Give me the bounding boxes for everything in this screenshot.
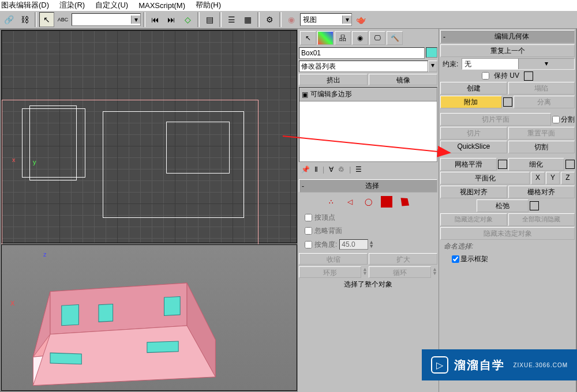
region-icon[interactable]: ◇ — [180, 12, 195, 27]
display-tab-icon[interactable]: 🖵 — [369, 31, 385, 45]
by-angle-checkbox[interactable] — [305, 241, 312, 248]
quickslice-button[interactable]: QuickSlice — [440, 141, 507, 153]
reset-plane-button[interactable]: 重置平面 — [508, 127, 575, 140]
detach-button[interactable]: 分离 — [514, 96, 575, 108]
hide-selected-button[interactable]: 隐藏选定对象 — [440, 213, 507, 226]
tessellate-button[interactable]: 细化 — [508, 158, 565, 171]
make-planar-button[interactable]: 平面化 — [440, 172, 530, 184]
watermark-text: 溜溜自学 — [454, 357, 505, 373]
relax-settings-icon[interactable] — [530, 201, 539, 210]
hierarchy-tab-icon[interactable]: 品 — [335, 31, 351, 45]
menu-help[interactable]: 帮助(H) — [196, 0, 221, 10]
material-editor-icon[interactable]: ◉ — [284, 12, 299, 27]
undo-link-icon[interactable]: 🔗 — [1, 12, 16, 27]
ignore-backfacing-label: 忽略背面 — [314, 226, 342, 236]
planar-x-button[interactable]: X — [531, 172, 545, 184]
perspective-viewport[interactable]: X z — [1, 244, 297, 391]
schematic-view-icon[interactable]: ⚙ — [262, 12, 277, 27]
relax-button[interactable]: 松弛 — [477, 199, 529, 212]
view-dropdown[interactable]: 视图▾ — [300, 13, 352, 26]
shrink-button[interactable]: 收缩 — [299, 253, 368, 265]
menu-rendering[interactable]: 渲染(R) — [59, 0, 85, 10]
top-viewport[interactable]: x y — [1, 30, 297, 243]
attach-button[interactable]: 附加 — [440, 96, 502, 108]
extrude-button[interactable]: 挤出 — [299, 74, 368, 85]
modifier-list-arrow[interactable]: ▾ — [428, 61, 437, 72]
persp-z-axis: z — [43, 251, 47, 258]
motion-tab-icon[interactable]: ◉ — [352, 31, 368, 45]
vertex-subobj-icon[interactable]: ∴ — [325, 196, 337, 208]
mirror-button[interactable]: 镜像 — [369, 74, 437, 85]
planar-y-button[interactable]: Y — [546, 172, 560, 184]
menu-graph-editors[interactable]: 图表编辑器(D) — [1, 0, 49, 10]
selection-status: 选择了整个对象 — [299, 278, 437, 291]
cut-button[interactable]: 切割 — [508, 141, 575, 153]
configure-modifier-sets-icon[interactable]: ☰ — [355, 165, 362, 174]
grid-align-button[interactable]: 栅格对齐 — [508, 186, 575, 198]
editable-poly-stack-item[interactable]: ▣ 可编辑多边形 — [299, 88, 437, 101]
msmooth-button[interactable]: 网格平滑 — [440, 158, 497, 171]
dope-sheet-icon[interactable]: ▦ — [240, 12, 255, 27]
modify-tab-rainbow-icon[interactable] — [317, 31, 334, 45]
menu-maxscript[interactable]: MAXScript(M) — [138, 1, 185, 10]
edge-subobj-icon[interactable]: ◁ — [344, 196, 355, 208]
object-color-swatch[interactable] — [426, 47, 437, 58]
border-subobj-icon[interactable]: ◯ — [362, 196, 374, 208]
tessellate-settings-icon[interactable] — [565, 160, 575, 169]
unlink-icon[interactable]: ⛓ — [17, 12, 32, 27]
selection-filter-dropdown[interactable]: ▾ — [72, 13, 141, 26]
edit-geometry-header[interactable]: -编辑几何体 — [440, 30, 575, 43]
hide-unselected-button[interactable]: 隐藏未选定对象 — [440, 227, 575, 240]
planar-z-button[interactable]: Z — [561, 172, 575, 184]
create-button[interactable]: 创建 — [440, 82, 507, 95]
object-name-input[interactable]: Box01 — [299, 47, 425, 59]
repeat-last-button[interactable]: 重复上一个 — [440, 44, 575, 57]
polygon-subobj-icon[interactable] — [381, 196, 392, 208]
y-axis-label: y — [33, 159, 36, 165]
curve-editor-icon[interactable]: ☰ — [224, 12, 239, 27]
remove-modifier-icon[interactable]: ♲ — [338, 165, 344, 174]
modifier-stack[interactable]: ▣ 可编辑多边形 — [299, 87, 437, 162]
preserve-uv-label: 保持 UV — [494, 71, 519, 81]
modify-tab-cursor-icon[interactable]: ↖ — [300, 31, 316, 45]
selection-rollout-header[interactable]: -选择 — [299, 179, 437, 193]
collapse-button[interactable]: 塌陷 — [508, 82, 575, 95]
next-key-icon[interactable]: ⏭ — [164, 12, 179, 27]
unhide-all-button[interactable]: 全部取消隐藏 — [508, 213, 575, 226]
make-unique-icon[interactable]: ∀ — [329, 165, 334, 174]
pin-stack-icon[interactable]: 📌 — [301, 165, 310, 174]
preserve-uv-checkbox[interactable] — [482, 72, 489, 80]
attach-list-icon[interactable] — [503, 97, 512, 107]
element-subobj-icon[interactable] — [399, 196, 411, 208]
menu-bar[interactable]: 图表编辑器(D) 渲染(R) 自定义(U) MAXScript(M) 帮助(H) — [0, 0, 577, 10]
split-checkbox[interactable] — [552, 116, 560, 123]
preserve-uv-settings-icon[interactable] — [524, 71, 533, 81]
ring-button[interactable]: 环形 — [299, 266, 361, 278]
select-cursor-icon[interactable]: ↖ — [39, 12, 54, 27]
svg-rect-6 — [62, 305, 79, 326]
select-by-name-icon[interactable]: ABC — [55, 12, 70, 27]
ignore-backfacing-checkbox[interactable] — [305, 227, 312, 235]
expand-icon[interactable]: ▣ — [302, 91, 308, 99]
view-align-button[interactable]: 视图对齐 — [440, 186, 507, 198]
by-vertex-checkbox[interactable] — [305, 214, 312, 221]
grow-button[interactable]: 扩大 — [369, 253, 437, 265]
viewport-area: x y X z — [0, 29, 297, 392]
slice-plane-button[interactable]: 切片平面 — [440, 113, 551, 126]
show-cage-checkbox[interactable] — [452, 255, 459, 263]
svg-rect-9 — [50, 353, 81, 364]
modifier-list-dropdown[interactable]: 修改器列表 — [299, 61, 428, 72]
layer-icon[interactable]: ▤ — [202, 12, 217, 27]
svg-rect-8 — [164, 296, 181, 315]
utilities-tab-icon[interactable]: 🔨 — [387, 31, 403, 45]
angle-spinner[interactable]: 45.0 — [339, 239, 368, 250]
slice-button[interactable]: 切片 — [440, 127, 507, 140]
render-icon[interactable]: 🫖 — [353, 12, 368, 27]
msmooth-settings-icon[interactable] — [498, 160, 507, 169]
show-end-result-icon[interactable]: Ⅱ — [314, 165, 318, 174]
constraint-dropdown[interactable]: 无▾ — [462, 58, 575, 70]
menu-customize[interactable]: 自定义(U) — [95, 0, 128, 10]
prev-key-icon[interactable]: ⏮ — [148, 12, 163, 27]
split-label: 分割 — [561, 115, 575, 125]
loop-button[interactable]: 循环 — [369, 266, 431, 278]
